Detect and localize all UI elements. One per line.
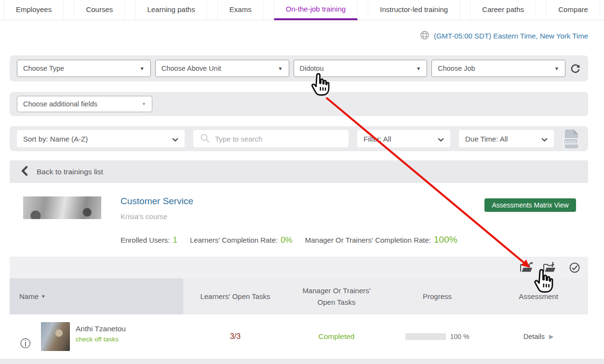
on-the-job-training-page: Employees Courses Learning paths Exams O… bbox=[0, 0, 604, 364]
chevron-down-icon bbox=[438, 135, 444, 143]
filter-band-search: Sort by: Name (A-Z) Filter: All Due Time… bbox=[10, 126, 588, 151]
user-name-block: Anthi Tzanetou check off tasks bbox=[76, 325, 126, 343]
choose-job-value: Choose Job bbox=[438, 65, 475, 72]
details-arrow-icon: ▶ bbox=[549, 333, 553, 340]
tab-courses[interactable]: Courses bbox=[74, 0, 125, 20]
additional-fields-select[interactable]: Choose additional fields ▼ bbox=[17, 96, 152, 112]
stat-label: Enrolled Users: bbox=[121, 236, 170, 244]
progress-label: 100 % bbox=[450, 333, 470, 340]
choose-above-unit-value: Choose Above Unit bbox=[161, 65, 221, 72]
due-time-value: Due Time: All bbox=[465, 135, 508, 143]
course-subtitle: Krisia's course bbox=[121, 212, 167, 221]
stat-label: Learners' Completion Rate: bbox=[190, 236, 278, 244]
user-name: Anthi Tzanetou bbox=[76, 325, 126, 333]
sort-caret-icon: ▾ bbox=[42, 293, 45, 299]
svg-text:EXCEL: EXCEL bbox=[565, 140, 577, 144]
timezone-label: (GMT-05:00 SDT) Eastern Time, New York T… bbox=[434, 32, 588, 40]
cell-assessment-details[interactable]: Details ▶ bbox=[489, 314, 588, 359]
tab-compare[interactable]: Compare bbox=[546, 0, 600, 20]
cell-progress: 100 % bbox=[386, 314, 489, 359]
stat-enrolled-users: Enrolled Users: 1 bbox=[121, 235, 177, 245]
details-label: Details bbox=[523, 333, 545, 340]
top-navigation: Employees Courses Learning paths Exams O… bbox=[0, 0, 604, 20]
choose-job-select[interactable]: Choose Job ▼ bbox=[431, 60, 565, 77]
course-thumbnail bbox=[23, 196, 101, 219]
table-header: Name ▾ Learners' Open Tasks Manager Or T… bbox=[10, 278, 588, 314]
chevron-down-icon: ▼ bbox=[142, 102, 146, 106]
back-to-trainings-link[interactable]: Back to trainings list bbox=[10, 160, 588, 183]
chevron-down-icon: ▼ bbox=[278, 66, 283, 71]
bulk-actions-strip bbox=[10, 257, 588, 278]
tab-exams[interactable]: Exams bbox=[217, 0, 264, 20]
search-input[interactable] bbox=[215, 135, 336, 143]
filter-value: Filter: All bbox=[363, 135, 391, 143]
course-stats: Enrolled Users: 1 Learners' Completion R… bbox=[121, 234, 457, 245]
choose-type-value: Choose Type bbox=[23, 65, 64, 72]
progress-bar bbox=[405, 333, 446, 340]
cell-learners-open-tasks: 3/3 bbox=[183, 314, 287, 359]
filter-select[interactable]: Filter: All bbox=[357, 130, 450, 147]
choose-type-select[interactable]: Choose Type ▼ bbox=[17, 60, 151, 77]
column-header-name[interactable]: Name ▾ bbox=[10, 278, 183, 314]
check-off-tasks-link[interactable]: check off tasks bbox=[76, 336, 126, 343]
cell-name: ⓘ Anthi Tzanetou check off tasks bbox=[10, 314, 183, 359]
header-label: Manager Or Trainers' Open Tasks bbox=[295, 285, 377, 308]
header-label: Name bbox=[19, 292, 39, 300]
folder-import-icon[interactable] bbox=[543, 261, 556, 274]
additional-fields-value: Choose additional fields bbox=[23, 100, 97, 108]
table-row: ⓘ Anthi Tzanetou check off tasks 3/3 Com… bbox=[10, 314, 588, 359]
column-header-assessment: Assessment bbox=[489, 278, 588, 314]
search-icon bbox=[200, 133, 210, 145]
header-label: Assessment bbox=[519, 292, 558, 300]
course-title[interactable]: Customer Service bbox=[121, 196, 193, 207]
column-header-learners-open-tasks: Learners' Open Tasks bbox=[183, 278, 287, 314]
tab-career-paths[interactable]: Career paths bbox=[470, 0, 536, 20]
filter-band-primary: Choose Type ▼ Choose Above Unit ▼ Didoto… bbox=[10, 55, 588, 81]
footer-strip bbox=[0, 359, 604, 364]
header-label: Progress bbox=[423, 292, 452, 300]
sort-by-value: Sort by: Name (A-Z) bbox=[23, 135, 88, 143]
chevron-down-icon bbox=[541, 135, 548, 143]
tab-learning-paths[interactable]: Learning paths bbox=[135, 0, 207, 20]
filter-band-additional: Choose additional fields ▼ bbox=[10, 92, 588, 116]
chevron-down-icon: ▼ bbox=[554, 66, 559, 71]
header-label: Learners' Open Tasks bbox=[200, 292, 270, 300]
unit-select-value: Didotou bbox=[300, 65, 324, 72]
globe-icon bbox=[419, 30, 430, 42]
sort-by-select[interactable]: Sort by: Name (A-Z) bbox=[17, 130, 185, 147]
tab-on-the-job-training[interactable]: On-the-job training bbox=[274, 0, 358, 20]
chevron-down-icon bbox=[172, 135, 178, 143]
check-circle-icon[interactable] bbox=[569, 262, 580, 273]
stat-manager-completion: Manager Or Trainers' Completion Rate: 10… bbox=[305, 234, 457, 245]
cell-manager-open-tasks: Completed bbox=[287, 314, 386, 359]
column-header-manager-open-tasks: Manager Or Trainers' Open Tasks bbox=[287, 278, 386, 314]
stat-value: 100% bbox=[434, 234, 457, 245]
assessments-matrix-view-button[interactable]: Assessments Matrix View bbox=[484, 198, 576, 212]
stat-label: Manager Or Trainers' Completion Rate: bbox=[305, 236, 431, 244]
stat-value: 0% bbox=[281, 235, 293, 245]
back-chevron-icon bbox=[20, 166, 28, 178]
back-label: Back to trainings list bbox=[37, 168, 103, 176]
column-header-progress: Progress bbox=[386, 278, 489, 314]
stat-learners-completion: Learners' Completion Rate: 0% bbox=[190, 235, 293, 245]
excel-export-icon[interactable]: EXCEL bbox=[563, 129, 581, 149]
chevron-down-icon: ▼ bbox=[416, 66, 421, 71]
stat-value: 1 bbox=[173, 235, 177, 245]
unit-select[interactable]: Didotou ▼ bbox=[294, 60, 428, 77]
due-time-select[interactable]: Due Time: All bbox=[459, 130, 554, 147]
chevron-down-icon: ▼ bbox=[140, 66, 145, 71]
info-icon[interactable]: ⓘ bbox=[20, 338, 31, 349]
search-box[interactable] bbox=[193, 130, 349, 147]
choose-above-unit-select[interactable]: Choose Above Unit ▼ bbox=[155, 60, 289, 77]
tab-instructor-led-training[interactable]: Instructor-led training bbox=[368, 0, 460, 20]
folder-export-icon[interactable] bbox=[520, 261, 533, 274]
timezone-row[interactable]: (GMT-05:00 SDT) Eastern Time, New York T… bbox=[419, 30, 588, 42]
refresh-icon[interactable] bbox=[570, 63, 581, 74]
tab-employees[interactable]: Employees bbox=[4, 0, 64, 20]
avatar bbox=[41, 322, 70, 351]
